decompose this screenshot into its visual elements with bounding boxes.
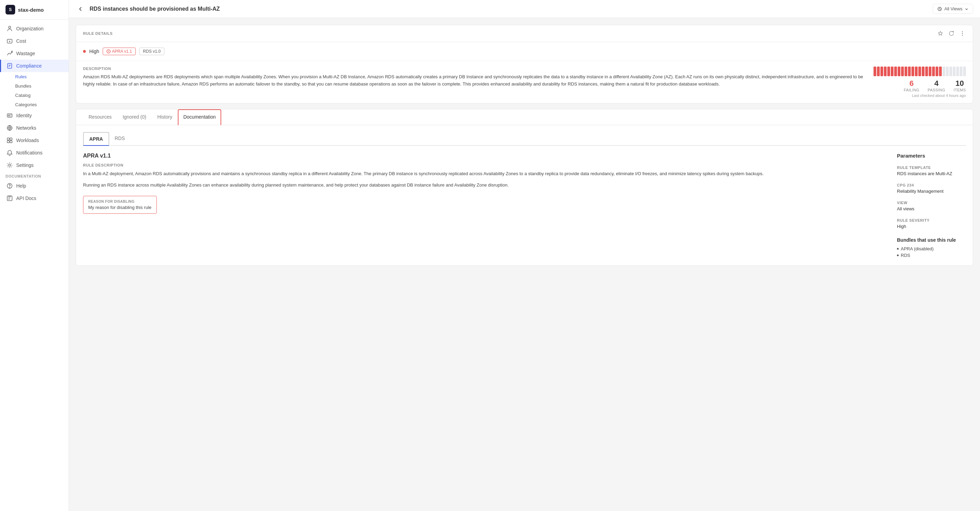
- sidebar-item-identity[interactable]: Identity: [0, 109, 68, 122]
- sidebar-item-notifications-label: Notifications: [16, 150, 42, 155]
- stripe-10: [905, 67, 907, 76]
- svg-point-18: [962, 35, 963, 36]
- disable-reason-label: REASON FOR DISABLING: [88, 200, 152, 203]
- apra-tag[interactable]: APRA v1.1: [103, 48, 136, 55]
- cpg-value: Reliability Management: [897, 188, 966, 194]
- svg-point-5: [8, 115, 10, 116]
- sidebar-item-compliance-label: Compliance: [16, 63, 42, 69]
- subnav-categories[interactable]: Categories: [15, 100, 68, 109]
- subtab-apra[interactable]: APRA: [83, 132, 109, 146]
- tab-resources[interactable]: Resources: [83, 109, 117, 125]
- chevron-down-icon: [964, 7, 969, 11]
- stripe-18: [932, 67, 935, 76]
- sidebar-item-api-docs[interactable]: API Docs: [0, 192, 68, 204]
- stripe-12: [912, 67, 914, 76]
- bundle-item-1: RDS: [897, 252, 966, 259]
- refresh-icon: [949, 31, 954, 36]
- back-button[interactable]: [76, 4, 86, 14]
- rule-description: DESCRIPTION Amazon RDS Multi-AZ deployme…: [83, 67, 867, 88]
- svg-rect-3: [8, 64, 12, 68]
- rule-stats: 6 FAILING 4 PASSING 10 ITEMS: [873, 67, 966, 97]
- rule-desc-text-1: In a Multi-AZ deployment, Amazon RDS aut…: [83, 170, 883, 177]
- views-button[interactable]: All Views: [933, 4, 973, 14]
- severity-param-label: RULE SEVERITY: [897, 218, 966, 222]
- refresh-button[interactable]: [948, 30, 955, 37]
- subtab-rds[interactable]: RDS: [109, 132, 130, 146]
- doc-version: APRA v1.1: [83, 153, 883, 159]
- page-title: RDS instances should be provisioned as M…: [89, 6, 929, 12]
- rule-template-label: RULE TEMPLATE: [897, 166, 966, 170]
- sidebar-nav: Organization Cost Wastage Compliance Rul…: [0, 20, 68, 511]
- star-button[interactable]: [937, 30, 944, 37]
- bundle-label-1: RDS: [901, 253, 910, 258]
- sidebar-item-settings[interactable]: Settings: [0, 159, 68, 171]
- bullet-0: [897, 248, 899, 250]
- params-title: Parameters: [897, 153, 966, 159]
- api-docs-icon: [6, 195, 13, 201]
- stripe-25: [956, 67, 959, 76]
- content-area: RULE DETAILS: [69, 18, 980, 511]
- stripe-24: [953, 67, 956, 76]
- items-count: 10: [953, 79, 966, 88]
- bullet-1: [897, 254, 899, 256]
- sidebar-item-wastage[interactable]: Wastage: [0, 47, 68, 60]
- sidebar-item-api-docs-label: API Docs: [16, 195, 36, 201]
- tab-ignored[interactable]: Ignored (0): [117, 109, 152, 125]
- app-name: stax-demo: [18, 7, 44, 13]
- sidebar-item-organization[interactable]: Organization: [0, 22, 68, 35]
- sidebar-item-help[interactable]: Help: [0, 180, 68, 192]
- severity-param-value: High: [897, 224, 966, 229]
- rds-tag[interactable]: RDS v1.0: [139, 48, 164, 55]
- stripe-7: [894, 67, 897, 76]
- severity-text: High: [89, 49, 99, 54]
- disable-reason-box: REASON FOR DISABLING My reason for disab…: [83, 196, 157, 214]
- doc-sidebar-params: Parameters RULE TEMPLATE RDS instances a…: [897, 153, 966, 259]
- view-label: VIEW: [897, 201, 966, 205]
- more-menu-button[interactable]: [959, 30, 966, 37]
- svg-point-13: [10, 188, 10, 188]
- tab-documentation[interactable]: Documentation: [178, 109, 221, 125]
- view-section: VIEW All views: [897, 201, 966, 211]
- rds-tag-label: RDS v1.0: [143, 49, 161, 54]
- stripe-14: [918, 67, 921, 76]
- sidebar-item-cost[interactable]: Cost: [0, 35, 68, 47]
- card-header-actions: [937, 30, 966, 37]
- svg-point-17: [962, 33, 963, 34]
- rule-details-card: RULE DETAILS: [76, 25, 973, 104]
- stat-passing: 4 PASSING: [928, 79, 945, 92]
- tab-history[interactable]: History: [152, 109, 178, 125]
- stripe-27: [963, 67, 966, 76]
- svg-point-2: [11, 51, 13, 53]
- subnav-catalog[interactable]: Catalog: [15, 91, 68, 100]
- stripe-21: [942, 67, 945, 76]
- svg-rect-7: [7, 138, 9, 140]
- sidebar-item-compliance[interactable]: Compliance: [0, 60, 68, 72]
- sidebar-item-workloads[interactable]: Workloads: [0, 134, 68, 147]
- params-title-section: Parameters: [897, 153, 966, 159]
- stripe-1: [873, 67, 876, 76]
- progress-container: 6 FAILING 4 PASSING 10 ITEMS: [873, 67, 966, 97]
- subnav-rules[interactable]: Rules: [15, 72, 68, 81]
- wastage-icon: [6, 50, 13, 57]
- stripe-16: [925, 67, 928, 76]
- view-value: All views: [897, 206, 966, 211]
- rule-body: DESCRIPTION Amazon RDS Multi-AZ deployme…: [76, 61, 973, 103]
- tabs-nav: Resources Ignored (0) History Documentat…: [76, 109, 973, 125]
- bundles-title: Bundles that use this rule: [897, 237, 966, 243]
- items-label: ITEMS: [953, 88, 966, 92]
- rule-template-value: RDS instances are Multi-AZ: [897, 171, 966, 176]
- compliance-icon: [6, 63, 13, 69]
- bundle-label-0: APRA (disabled): [901, 246, 934, 251]
- sidebar-item-networks[interactable]: Networks: [0, 122, 68, 134]
- views-icon: [937, 6, 942, 11]
- docs-section-label: DOCUMENTATION: [0, 171, 68, 180]
- subnav-bundles[interactable]: Bundles: [15, 81, 68, 91]
- svg-point-16: [962, 31, 963, 32]
- sidebar-item-notifications[interactable]: Notifications: [0, 147, 68, 159]
- severity-indicator: [83, 50, 86, 53]
- stripe-5: [887, 67, 890, 76]
- main-content: RDS instances should be provisioned as M…: [69, 0, 980, 511]
- more-icon: [960, 31, 965, 36]
- tab-documentation-content: APRA RDS APRA v1.1 RULE DESCRIPTION In a…: [76, 125, 973, 265]
- stat-items: 10 ITEMS: [953, 79, 966, 92]
